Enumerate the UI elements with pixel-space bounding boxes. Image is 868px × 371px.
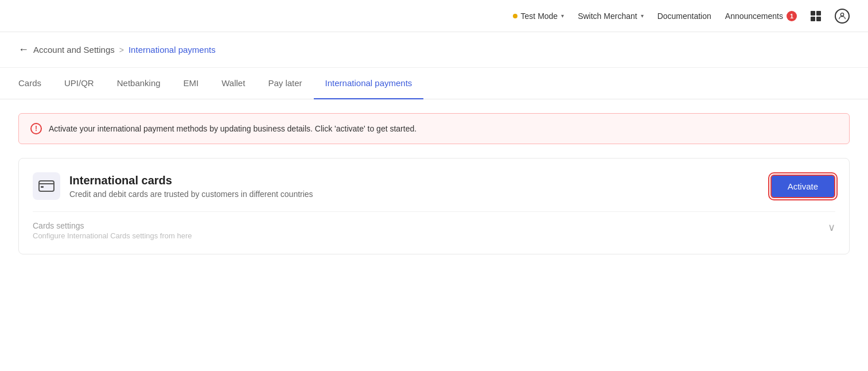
documentation-label: Documentation — [657, 11, 711, 21]
test-mode-selector[interactable]: Test Mode ▾ — [513, 11, 565, 21]
announcements-button[interactable]: Announcements 1 — [725, 11, 797, 21]
breadcrumb-current: International payments — [129, 45, 216, 55]
breadcrumb: ← Account and Settings > International p… — [0, 32, 868, 68]
svg-rect-3 — [41, 186, 44, 188]
documentation-link[interactable]: Documentation — [657, 11, 711, 21]
cards-settings-info: Cards settings Configure International C… — [33, 221, 192, 240]
test-mode-label: Test Mode — [521, 11, 558, 21]
tab-wallet[interactable]: Wallet — [210, 68, 256, 99]
card-title-area: International cards Credit and debit car… — [33, 172, 313, 200]
international-cards-card: International cards Credit and debit car… — [18, 158, 850, 254]
grid-icon[interactable] — [811, 11, 821, 21]
switch-merchant-chevron-icon: ▾ — [641, 13, 644, 19]
alert-banner: ! Activate your international payment me… — [18, 113, 850, 144]
test-mode-dot — [513, 14, 517, 18]
tab-netbanking[interactable]: Netbanking — [106, 68, 172, 99]
tab-international-payments[interactable]: International payments — [314, 68, 424, 99]
test-mode-chevron-icon: ▾ — [561, 13, 564, 19]
announcements-label: Announcements — [725, 11, 783, 21]
tab-pay-later[interactable]: Pay later — [256, 68, 313, 99]
card-title: International cards — [69, 174, 313, 187]
svg-rect-1 — [39, 181, 54, 191]
card-icon-wrapper — [33, 172, 60, 200]
main-content: ! Activate your international payment me… — [0, 99, 868, 268]
card-subtitle: Credit and debit cards are trusted by cu… — [69, 190, 313, 199]
switch-merchant-selector[interactable]: Switch Merchant ▾ — [578, 11, 643, 21]
payment-method-tabs: Cards UPI/QR Netbanking EMI Wallet Pay l… — [0, 68, 868, 99]
card-header: International cards Credit and debit car… — [33, 172, 835, 200]
breadcrumb-parent[interactable]: Account and Settings — [33, 45, 115, 55]
alert-icon: ! — [30, 123, 42, 134]
top-navigation: Test Mode ▾ Switch Merchant ▾ Documentat… — [0, 0, 868, 32]
switch-merchant-label: Switch Merchant — [578, 11, 637, 21]
user-account-icon[interactable] — [835, 9, 850, 24]
tab-upi-qr[interactable]: UPI/QR — [53, 68, 106, 99]
breadcrumb-separator: > — [119, 45, 124, 55]
back-button[interactable]: ← — [18, 44, 29, 56]
svg-point-0 — [840, 13, 843, 16]
tab-emi[interactable]: EMI — [172, 68, 211, 99]
alert-text: Activate your international payment meth… — [49, 124, 417, 133]
announcements-badge: 1 — [787, 11, 797, 21]
cards-settings-title: Cards settings — [33, 221, 192, 230]
cards-settings-subtitle: Configure International Cards settings f… — [33, 231, 192, 240]
activate-button[interactable]: Activate — [770, 175, 835, 198]
card-text-info: International cards Credit and debit car… — [69, 174, 313, 199]
credit-card-icon — [38, 180, 55, 192]
cards-settings-collapse-icon[interactable]: ∨ — [828, 221, 835, 234]
tab-cards[interactable]: Cards — [18, 68, 53, 99]
cards-settings-section: Cards settings Configure International C… — [33, 211, 835, 240]
